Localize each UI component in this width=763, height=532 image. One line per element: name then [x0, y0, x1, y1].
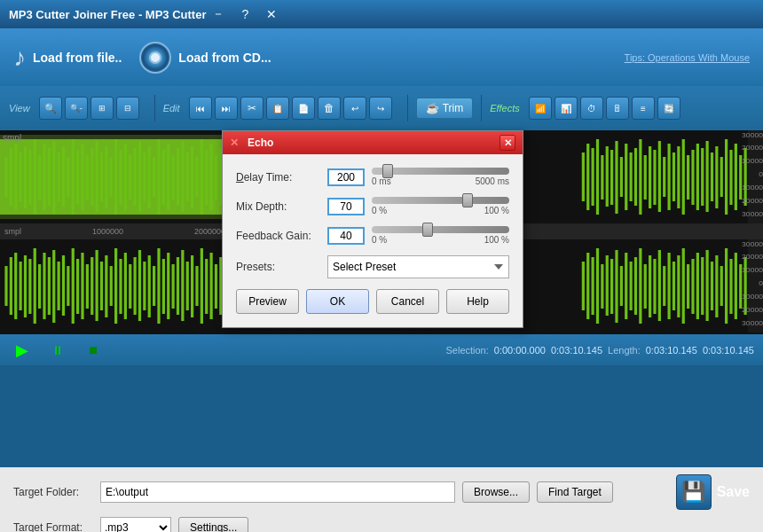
format-select[interactable]: .mp3 [100, 517, 171, 532]
svg-rect-100 [20, 262, 22, 310]
separator-2 [407, 95, 408, 121]
svg-rect-45 [205, 150, 208, 205]
svg-rect-117 [100, 262, 103, 310]
svg-text:0: 0 [759, 278, 763, 287]
svg-rect-172 [715, 255, 718, 317]
load-cd-button[interactable]: Load from CD... [139, 42, 271, 74]
svg-rect-167 [691, 259, 694, 314]
delay-time-slider-thumb[interactable] [382, 164, 393, 178]
zoom-out-button[interactable]: 🔍- [65, 97, 88, 120]
feedback-gain-slider-container: 0 % 100 % [372, 226, 509, 245]
load-cd-label: Load from CD... [178, 51, 271, 65]
svg-text:10000: 10000 [742, 265, 763, 274]
close-button[interactable]: ✕ [261, 4, 282, 24]
svg-rect-123 [129, 264, 131, 309]
effect-3-button[interactable]: ⏱ [580, 97, 603, 120]
mix-depth-slider-thumb[interactable] [462, 193, 473, 207]
feedback-gain-slider-thumb[interactable] [422, 223, 433, 237]
svg-rect-28 [124, 144, 127, 210]
copy-button[interactable]: 📋 [266, 97, 289, 120]
feedback-min: 0 % [372, 235, 387, 245]
length-end: 0:03:10.145 [703, 345, 754, 356]
svg-text:30000: 30000 [742, 239, 763, 248]
selection-label: Selection: [445, 345, 488, 356]
presets-select[interactable]: Select Preset [327, 255, 509, 278]
echo-close-button[interactable]: ✕ [499, 135, 515, 151]
svg-rect-63 [644, 155, 647, 200]
load-file-button[interactable]: ♪ Load from file.. [13, 43, 122, 72]
effect-6-button[interactable]: 🔄 [657, 97, 680, 120]
preview-button[interactable]: Preview [236, 289, 299, 314]
effect-2-button[interactable]: 📊 [555, 97, 578, 120]
feedback-gain-input[interactable] [327, 227, 365, 245]
svg-rect-6 [20, 153, 22, 201]
zoom-all-button[interactable]: ⊟ [116, 97, 139, 120]
trim-button[interactable]: ☕ Trim [416, 98, 474, 119]
svg-rect-113 [81, 253, 83, 319]
svg-rect-52 [592, 148, 594, 206]
svg-rect-60 [630, 153, 633, 201]
help-button[interactable]: ? [237, 4, 255, 24]
find-target-button[interactable]: Find Target [537, 481, 613, 503]
browse-button[interactable]: Browse... [462, 481, 530, 503]
feedback-gain-label-text: Feedback Gain: [236, 230, 311, 242]
svg-rect-64 [649, 146, 651, 208]
cancel-button[interactable]: Cancel [376, 289, 439, 314]
zoom-in-button[interactable]: 🔍 [39, 97, 62, 120]
svg-rect-31 [138, 141, 141, 212]
svg-rect-82 [735, 144, 737, 210]
main-content: View 🔍 🔍- ⊞ ⊟ Edit ⏮ ⏭ ✂ 📋 📄 🗑 ↩ ↪ ☕ Tri… [0, 86, 763, 467]
effect-1-button[interactable]: 📶 [529, 97, 552, 120]
cut-button[interactable]: ✂ [240, 97, 264, 120]
folder-input[interactable] [100, 481, 455, 503]
forward-button[interactable]: ⏭ [215, 97, 238, 120]
pause-button[interactable]: ⏸ [44, 337, 71, 364]
redo-button[interactable]: ↪ [369, 97, 392, 120]
svg-rect-134 [181, 250, 184, 321]
settings-button[interactable]: Settings... [178, 517, 248, 532]
undo-button[interactable]: ↩ [343, 97, 366, 120]
echo-dialog-title: ✕ Echo ✕ [223, 131, 523, 154]
stop-button[interactable]: ■ [80, 337, 106, 364]
zoom-fit-button[interactable]: ⊞ [90, 97, 114, 120]
delay-time-input[interactable] [327, 168, 365, 186]
mix-depth-input[interactable] [327, 198, 365, 215]
svg-rect-7 [24, 146, 27, 208]
svg-rect-69 [673, 153, 675, 201]
svg-rect-146 [592, 257, 594, 315]
save-label[interactable]: Save [717, 484, 750, 500]
save-icon-btn[interactable]: 💾 [676, 474, 712, 510]
svg-rect-120 [114, 248, 117, 324]
ok-button[interactable]: OK [306, 289, 369, 314]
svg-rect-161 [663, 266, 665, 306]
svg-rect-4 [10, 148, 12, 206]
svg-rect-119 [110, 266, 113, 306]
svg-rect-162 [668, 253, 671, 319]
svg-rect-54 [601, 155, 603, 200]
back-button[interactable]: ⏮ [189, 97, 212, 120]
effect-5-button[interactable]: ≡ [632, 97, 655, 120]
svg-rect-21 [90, 148, 93, 206]
svg-rect-77 [711, 153, 713, 201]
waveform-label-top: smpl [3, 133, 21, 143]
tips-link[interactable]: Tips: Operations With Mouse [625, 52, 750, 63]
delete-button[interactable]: 🗑 [318, 97, 341, 120]
svg-rect-8 [28, 150, 31, 205]
separator-1 [154, 95, 155, 121]
help-button-dialog[interactable]: Help [446, 289, 509, 314]
effect-4-button[interactable]: 🎚 [606, 97, 629, 120]
feedback-max: 100 % [484, 235, 509, 245]
minimize-button[interactable]: － [207, 4, 230, 24]
svg-rect-135 [186, 262, 189, 310]
svg-rect-115 [90, 257, 93, 315]
svg-rect-106 [48, 257, 51, 315]
paste-button[interactable]: 📄 [292, 97, 315, 120]
svg-rect-5 [14, 144, 17, 210]
svg-rect-173 [720, 266, 723, 306]
presets-label: Presets: [236, 261, 320, 273]
svg-rect-79 [720, 157, 723, 197]
toolbar-area: ♪ Load from file.. Load from CD... Tips:… [0, 28, 763, 86]
echo-title-text: Echo [248, 137, 273, 149]
play-button[interactable]: ▶ [9, 337, 35, 364]
h-scrollbar: ◀ ▶ [0, 332, 763, 334]
